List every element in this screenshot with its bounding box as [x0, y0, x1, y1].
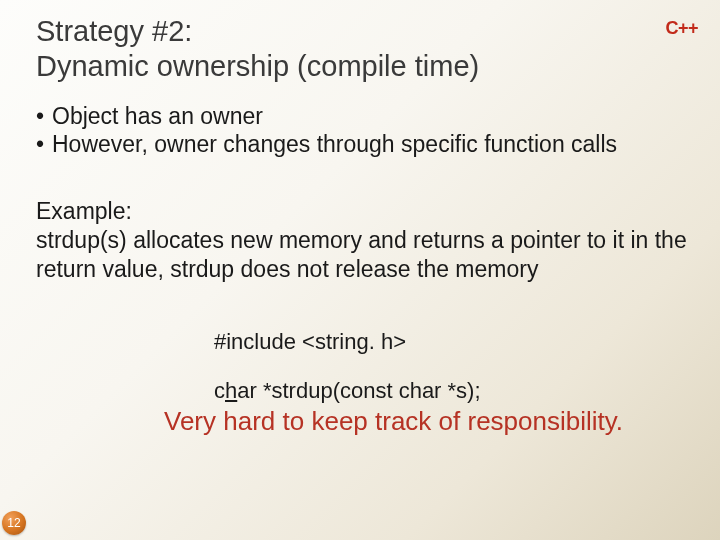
bullet-text: However, owner changes through specific …	[52, 130, 617, 159]
page-number: 12	[7, 516, 20, 530]
slide: Strategy #2: Dynamic ownership (compile …	[0, 0, 720, 540]
bullet-dot-icon: •	[36, 102, 52, 131]
code-block: #include <string. h> char *strdup(const …	[214, 329, 692, 404]
language-badge: C++	[665, 18, 698, 39]
example-heading: Example:	[36, 198, 132, 224]
bullet-list: • Object has an owner • However, owner c…	[36, 102, 692, 160]
example-block: Example: strdup(s) allocates new memory …	[36, 197, 692, 283]
page-number-badge: 12	[2, 511, 26, 535]
title-line-2: Dynamic ownership (compile time)	[36, 50, 479, 82]
bullet-text: Object has an owner	[52, 102, 263, 131]
title-line-1: Strategy #2:	[36, 15, 192, 47]
code-include-line: #include <string. h>	[214, 329, 692, 355]
example-body: strdup(s) allocates new memory and retur…	[36, 227, 687, 282]
header-row: Strategy #2: Dynamic ownership (compile …	[36, 14, 692, 84]
bullet-dot-icon: •	[36, 130, 52, 159]
code-prototype-line: char *strdup(const char *s);	[214, 378, 692, 404]
bullet-item: • Object has an owner	[36, 102, 692, 131]
code-proto-pre: c	[214, 378, 225, 403]
footnote: Very hard to keep track of responsibilit…	[164, 406, 692, 437]
code-proto-post: ar *strdup(const char *s);	[237, 378, 480, 403]
slide-title: Strategy #2: Dynamic ownership (compile …	[36, 14, 479, 84]
code-proto-underline: h	[225, 378, 237, 403]
bullet-item: • However, owner changes through specifi…	[36, 130, 692, 159]
